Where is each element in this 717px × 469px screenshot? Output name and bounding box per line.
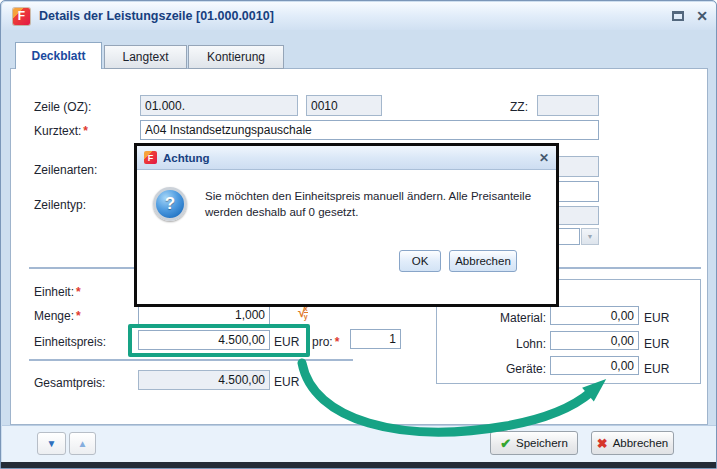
modal-message: Sie möchten den Einheitspreis manuell än… [205, 188, 561, 220]
zeile-oz-label: Zeile (OZ): [34, 100, 91, 114]
material-currency: EUR [644, 311, 669, 325]
required-marker: * [76, 309, 81, 323]
nav-up-button[interactable]: ▲ [69, 432, 96, 455]
material-label: Material: [456, 311, 546, 325]
window-title: Details der Leistungszeile [01.000.0010] [39, 9, 274, 23]
kurztext-label: Kurztext:* [34, 124, 88, 138]
lohn-label: Lohn: [456, 337, 546, 351]
required-marker: * [83, 124, 88, 138]
zz-label: ZZ: [510, 100, 528, 114]
zeile-oz-field-1: 01.000. [140, 95, 298, 116]
abbrechen-button[interactable]: ✖ Abbrechen [591, 431, 674, 455]
lohn-input[interactable] [550, 331, 639, 350]
cross-icon: ✖ [597, 436, 608, 451]
einheitspreis-input[interactable] [138, 330, 270, 350]
zeilentyp-label: Zeilentyp: [34, 198, 86, 212]
gesamtpreis-field: 4.500,00 [138, 370, 270, 390]
einheitspreis-label: Einheitspreis: [34, 335, 106, 349]
zeilenarten-label: Zeilenarten: [34, 163, 97, 177]
arrow-up-icon: ▲ [78, 438, 88, 449]
geraete-currency: EUR [644, 362, 669, 376]
pro-input[interactable] [350, 329, 401, 349]
achtung-modal: F Achtung ✕ ? Sie möchten den Einheitspr… [134, 143, 559, 307]
modal-abbrechen-button[interactable]: Abbrechen [449, 250, 517, 272]
material-input[interactable] [550, 306, 639, 325]
question-icon: ? [153, 187, 187, 221]
maximize-icon[interactable] [672, 11, 684, 21]
required-marker: * [76, 285, 81, 299]
pro-label: pro:* [312, 335, 339, 349]
speichern-button[interactable]: ✔ Speichern [490, 431, 578, 455]
ok-button[interactable]: OK [399, 250, 441, 272]
app-logo-icon: F [13, 8, 30, 25]
geraete-input[interactable] [550, 356, 639, 375]
kurztext-input[interactable] [140, 120, 599, 140]
gesamtpreis-currency: EUR [274, 375, 299, 389]
zeile-oz-field-2: 0010 [306, 95, 382, 116]
geraete-label: Geräte: [456, 362, 546, 376]
tab-langtext[interactable]: Langtext [104, 45, 187, 69]
divider [29, 359, 353, 361]
app-logo-icon: F [144, 151, 157, 164]
modal-title-bar: F Achtung ✕ [137, 146, 556, 170]
footer-bar: ▼ ▲ ✔ Speichern ✖ Abbrechen [2, 425, 717, 462]
abbrechen-label: Abbrechen [613, 437, 669, 449]
required-marker: * [335, 335, 340, 349]
menge-input[interactable] [138, 305, 270, 325]
tab-kontierung[interactable]: Kontierung [188, 45, 284, 69]
arrow-down-icon: ▼ [47, 438, 57, 449]
einheit-label: Einheit:* [34, 285, 81, 299]
modal-close-icon[interactable]: ✕ [539, 151, 549, 165]
title-bar: F Details der Leistungszeile [01.000.001… [2, 2, 716, 30]
einheitspreis-currency: EUR [274, 335, 299, 349]
zeilentyp-dropdown-button[interactable]: ▼ [581, 228, 599, 245]
modal-body: ? Sie möchten den Einheitspreis manuell … [137, 170, 556, 304]
zz-field [537, 95, 599, 116]
speichern-label: Speichern [516, 437, 568, 449]
tab-deckblatt[interactable]: Deckblatt [15, 42, 102, 69]
check-icon: ✔ [500, 436, 511, 451]
close-icon[interactable]: ✕ [696, 9, 708, 23]
lohn-currency: EUR [644, 337, 669, 351]
chevron-down-icon: ▼ [587, 233, 594, 240]
menge-label: Menge:* [34, 309, 81, 323]
details-dialog-window: F Details der Leistungszeile [01.000.001… [0, 0, 717, 469]
nav-down-button[interactable]: ▼ [37, 432, 66, 455]
window-bottom-edge [1, 462, 717, 469]
modal-title: Achtung [163, 152, 210, 164]
gesamtpreis-label: Gesamtpreis: [34, 376, 105, 390]
